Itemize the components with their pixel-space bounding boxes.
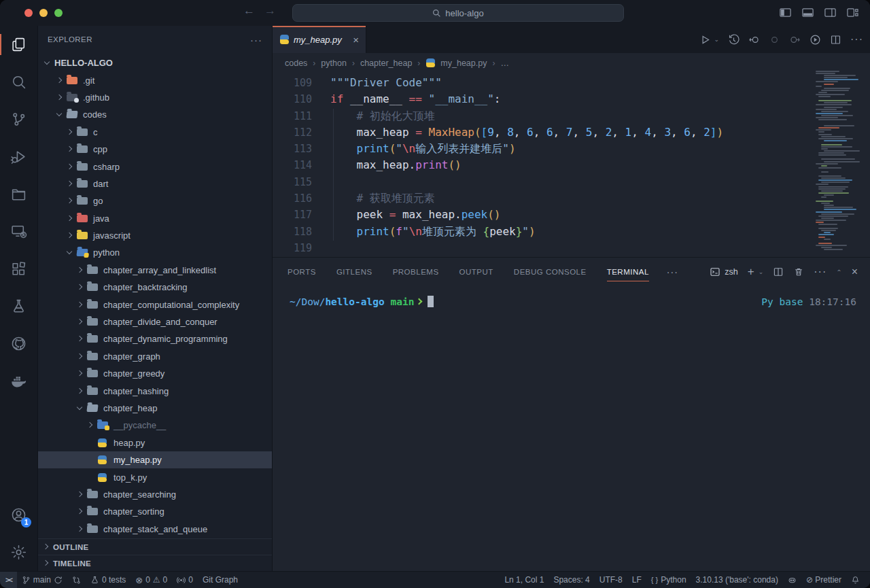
indentation[interactable]: Spaces: 4 [549, 572, 594, 588]
code-line-109[interactable]: 109"""Driver Code""" [273, 75, 870, 91]
tree-item-chapter-searching[interactable]: chapter_searching [38, 486, 272, 503]
chevron-right-icon[interactable] [75, 506, 85, 517]
chevron-right-icon[interactable] [85, 420, 95, 430]
tree-item-c[interactable]: c [38, 124, 272, 141]
chevron-right-icon[interactable] [75, 265, 85, 275]
tree-item-my-heap-py[interactable]: my_heap.py [38, 451, 272, 468]
activity-file-folder-icon[interactable] [0, 175, 37, 213]
chevron-right-icon[interactable] [75, 524, 85, 534]
tree-item-chapter-array-and-linkedlist[interactable]: chapter_array_and_linkedlist [38, 262, 272, 279]
language-mode[interactable]: { } Python [646, 572, 691, 588]
chevron-right-icon[interactable] [75, 334, 85, 344]
terminal-dropdown-icon[interactable]: ⌄ [759, 269, 764, 275]
minimize-window-button[interactable] [39, 9, 48, 17]
tree-item-chapter-stack-and-queue[interactable]: chapter_stack_and_queue [38, 521, 272, 538]
panel-tab-gitlens[interactable]: GITLENS [336, 258, 372, 286]
git-branch-status[interactable]: main [17, 572, 67, 588]
code-line-114[interactable]: 114 max_heap.print() [273, 157, 870, 173]
activity-extensions-icon[interactable] [0, 250, 37, 288]
chevron-right-icon[interactable] [75, 282, 85, 292]
chevron-right-icon[interactable] [65, 144, 75, 154]
panel-tab-output[interactable]: OUTPUT [459, 258, 493, 286]
tree-item-go[interactable]: go [38, 192, 272, 209]
tree-item-chapter-computational-complexity[interactable]: chapter_computational_complexity [38, 296, 272, 313]
chevron-right-icon[interactable] [65, 127, 75, 137]
encoding[interactable]: UTF-8 [595, 572, 627, 588]
breadcrumb-item[interactable]: python [321, 58, 347, 68]
editor-more-actions-icon[interactable]: ··· [850, 33, 863, 46]
chevron-right-icon[interactable] [65, 162, 75, 172]
timeline-history-icon[interactable] [728, 34, 740, 46]
navigate-forward-icon[interactable]: → [264, 4, 276, 18]
code-line-118[interactable]: 118 print(f"\n堆顶元素为 {peek}") [273, 224, 870, 240]
chevron-down-icon[interactable] [65, 247, 75, 258]
code-line-112[interactable]: 112 max_heap = MaxHeap([9, 8, 6, 6, 7, 5… [273, 124, 870, 141]
toggle-secondary-sidebar-icon[interactable] [824, 6, 837, 19]
tree-item-codes[interactable]: codes [38, 106, 272, 123]
activity-testing-icon[interactable] [0, 288, 37, 325]
tree-item-heap-py[interactable]: heap.py [38, 434, 272, 451]
tree-item-dart[interactable]: dart [38, 175, 272, 192]
run-python-file-icon[interactable] [699, 34, 711, 46]
remote-indicator[interactable]: >< [0, 572, 17, 588]
git-graph-button[interactable]: Git Graph [198, 572, 243, 588]
breadcrumb-item[interactable]: my_heap.py [440, 58, 487, 68]
panel-more-actions-icon[interactable]: ··· [814, 266, 826, 278]
code-line-115[interactable]: 115 [273, 174, 870, 190]
chevron-right-icon[interactable] [54, 75, 65, 86]
ports-status[interactable]: 0 [172, 572, 198, 588]
chevron-right-icon[interactable] [65, 196, 75, 206]
notifications-bell[interactable] [846, 572, 865, 588]
close-panel-icon[interactable]: × [852, 266, 858, 278]
tree-root-hello-algo[interactable]: HELLO-ALGO [38, 54, 272, 71]
panel-tab-ports[interactable]: PORTS [288, 258, 316, 286]
chevron-right-icon[interactable] [75, 386, 85, 396]
chevron-right-icon[interactable] [75, 300, 85, 310]
tree-item-cpp[interactable]: cpp [38, 141, 272, 158]
tree-item--git[interactable]: .git [38, 71, 272, 88]
chevron-right-icon[interactable] [65, 179, 75, 189]
explorer-more-actions-icon[interactable]: ··· [250, 34, 262, 46]
timeline-section[interactable]: TIMELINE [38, 555, 272, 571]
chevron-right-icon[interactable] [54, 92, 65, 103]
code-line-116[interactable]: 116 # 获取堆顶元素 [273, 190, 870, 207]
run-profile-icon[interactable] [810, 34, 821, 46]
panel-tab-terminal[interactable]: TERMINAL [607, 258, 649, 286]
prettier-status[interactable]: ⊘ Prettier [801, 572, 846, 588]
toggle-primary-sidebar-icon[interactable] [779, 6, 792, 19]
tree-item-chapter-graph[interactable]: chapter_graph [38, 348, 272, 365]
toggle-panel-icon[interactable] [801, 6, 814, 19]
tree-item-chapter-dynamic-programming[interactable]: chapter_dynamic_programming [38, 330, 272, 347]
activity-run-debug-icon[interactable] [0, 138, 37, 175]
copilot-status[interactable] [783, 572, 801, 588]
cursor-position[interactable]: Ln 1, Col 1 [500, 572, 549, 588]
command-center-search[interactable]: hello-algo [292, 4, 624, 22]
chevron-down-icon[interactable] [42, 58, 52, 68]
code-line-111[interactable]: 111 # 初始化大顶堆 [273, 108, 870, 124]
minimap[interactable] [816, 71, 865, 251]
chevron-down-icon[interactable] [75, 403, 85, 413]
code-editor[interactable]: 109"""Driver Code"""110if __name__ == "_… [273, 73, 870, 257]
activity-remote-explorer-icon[interactable] [0, 213, 37, 250]
tree-item-chapter-greedy[interactable]: chapter_greedy [38, 365, 272, 382]
tests-status[interactable]: 0 tests [86, 572, 130, 588]
activity-docker-icon[interactable] [0, 362, 37, 400]
chevron-right-icon[interactable] [75, 489, 85, 500]
breadcrumb-item[interactable]: chapter_heap [360, 58, 412, 68]
chevron-down-icon[interactable] [54, 109, 65, 120]
customize-layout-icon[interactable] [846, 6, 859, 19]
python-interpreter[interactable]: 3.10.13 ('base': conda) [691, 572, 783, 588]
tree-item-chapter-heap[interactable]: chapter_heap [38, 400, 272, 417]
activity-settings-icon[interactable] [0, 534, 37, 571]
activity-source-control-icon[interactable] [0, 101, 37, 138]
terminal-content[interactable]: ~/Dow/hello-algo main Py base 18:17:16 [273, 286, 870, 571]
code-line-119[interactable]: 119 [273, 240, 870, 256]
tree-item--pycache-[interactable]: __pycache__ [38, 417, 272, 434]
breadcrumb-item[interactable]: codes [285, 58, 307, 68]
code-line-117[interactable]: 117 peek = max_heap.peek() [273, 207, 870, 223]
chevron-right-icon[interactable] [75, 368, 85, 379]
activity-explorer-icon[interactable] [0, 26, 37, 63]
tree-item-csharp[interactable]: csharp [38, 158, 272, 175]
tab-my-heap-py[interactable]: my_heap.py × [273, 26, 366, 53]
close-tab-icon[interactable]: × [353, 34, 359, 46]
